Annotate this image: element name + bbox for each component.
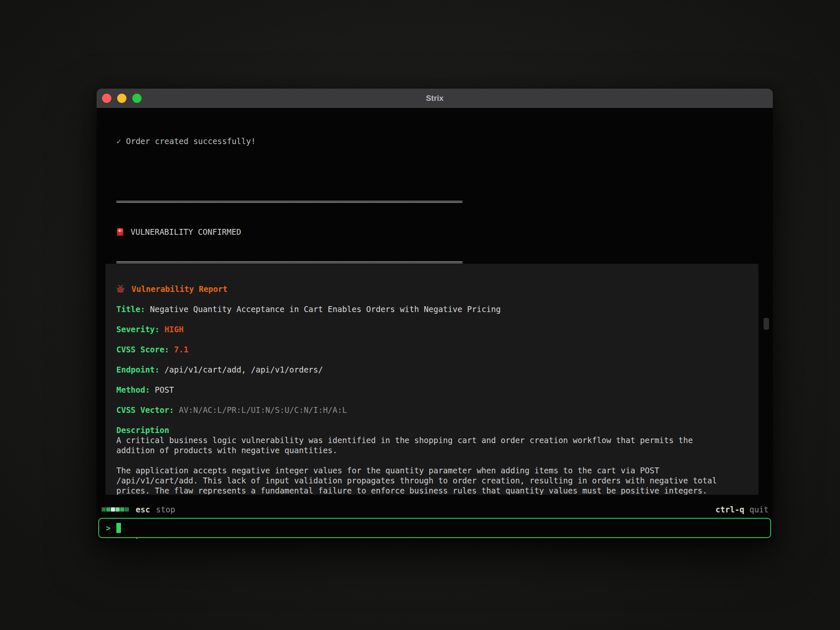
description-line: addition of products with negative quant… (116, 445, 759, 455)
input-prompt: > (106, 523, 110, 533)
endpoint-label: Endpoint: (116, 365, 160, 374)
terminal-window: Strix ✓Order created successfully! ═════… (97, 89, 773, 541)
description-line: The application accepts negative integer… (116, 465, 759, 475)
bug-icon (116, 285, 125, 295)
report-cvss-row: CVSS Score: 7.1 (116, 344, 759, 354)
report-title-row: Title: Negative Quantity Acceptance in C… (116, 304, 759, 314)
title-value: Negative Quantity Acceptance in Cart Ena… (150, 304, 501, 314)
quit-action-label: quit (749, 504, 769, 514)
cvss-vector-label: CVSS Vector: (116, 405, 174, 415)
quit-key-hint[interactable]: ctrl-q (716, 504, 745, 514)
cvss-vector-value: AV:N/AC:L/PR:L/UI:N/S:U/C:N/I:H/A:L (179, 405, 347, 415)
method-value: POST (155, 385, 174, 394)
vuln-confirmed-text: VULNERABILITY CONFIRMED (131, 227, 241, 236)
order-success-text: Order created successfully! (126, 136, 256, 146)
severity-value: HIGH (164, 325, 184, 334)
description-line (116, 455, 759, 465)
title-label: Title: (116, 304, 145, 314)
report-method-row: Method: POST (116, 385, 759, 395)
text-cursor (116, 523, 121, 533)
cvss-score-value: 7.1 (174, 345, 188, 354)
method-label: Method: (116, 385, 150, 394)
spinner (102, 507, 129, 512)
description-heading-row: Description (116, 425, 759, 435)
scrollbar-thumb[interactable] (764, 318, 769, 330)
command-input[interactable]: > (98, 518, 771, 538)
stop-action-label: stop (156, 504, 175, 514)
vulnerability-report-panel: Vulnerability Report Title: Negative Qua… (105, 264, 759, 495)
blank-line (116, 166, 462, 176)
esc-key-hint[interactable]: esc (136, 504, 150, 514)
description-line: /api/v1/cart/add. This lack of input val… (116, 475, 759, 486)
severity-label: Severity: (116, 325, 160, 334)
report-endpoint-row: Endpoint: /api/v1/cart/add, /api/v1/orde… (116, 365, 759, 375)
log-line-order-success: ✓Order created successfully! (116, 136, 462, 146)
cvss-score-label: CVSS Score: (116, 345, 169, 354)
report-severity-row: Severity: HIGH (116, 324, 759, 334)
log-line-vuln-confirmed: VULNERABILITY CONFIRMED (116, 227, 462, 237)
terminal-content: ✓Order created successfully! ═══════════… (97, 108, 773, 541)
report-heading-row: Vulnerability Report (116, 284, 759, 294)
siren-icon (116, 228, 124, 238)
window-titlebar[interactable]: Strix (97, 89, 773, 108)
separator-line: ════════════════════════════════════════… (116, 197, 462, 207)
status-bar: esc stop ctrl-q quit (97, 504, 773, 514)
report-heading: Vulnerability Report (131, 284, 228, 294)
check-icon: ✓ (116, 136, 126, 146)
description-line: A critical business logic vulnerability … (116, 435, 759, 445)
window-title: Strix (97, 89, 773, 108)
report-vector-row: CVSS Vector: AV:N/AC:L/PR:L/UI:N/S:U/C:N… (116, 405, 759, 415)
description-label: Description (116, 425, 169, 435)
endpoint-value: /api/v1/cart/add, /api/v1/orders/ (164, 365, 323, 374)
description-line: prices. The flaw represents a fundamenta… (116, 486, 759, 495)
